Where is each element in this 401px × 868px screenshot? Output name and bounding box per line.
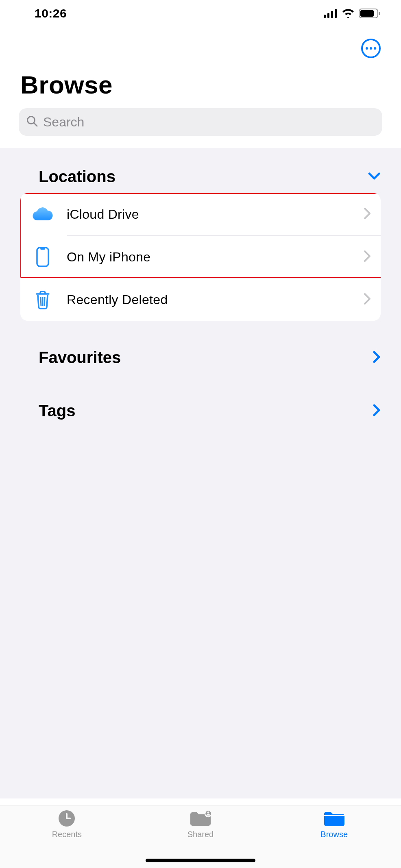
chevron-down-icon: [368, 172, 381, 182]
tags-header[interactable]: Tags: [0, 394, 401, 427]
svg-line-11: [41, 297, 41, 306]
location-item-icloud-drive[interactable]: iCloud Drive: [20, 193, 381, 235]
chevron-right-icon: [364, 250, 371, 264]
tab-label: Shared: [187, 830, 214, 839]
svg-rect-1: [327, 13, 329, 18]
folder-icon: [323, 809, 346, 827]
status-time: 10:26: [35, 7, 67, 20]
trash-icon: [30, 287, 55, 312]
tab-label: Browse: [320, 830, 348, 839]
status-bar: 10:26: [0, 0, 401, 26]
svg-line-13: [44, 297, 45, 306]
clock-icon: [58, 809, 76, 827]
locations-header[interactable]: Locations: [0, 160, 401, 193]
svg-rect-5: [360, 10, 374, 17]
chevron-right-icon: [373, 350, 381, 365]
svg-rect-3: [335, 9, 337, 18]
svg-rect-0: [324, 15, 326, 18]
wifi-icon: [342, 9, 355, 18]
page-title: Browse: [20, 70, 381, 99]
svg-rect-9: [37, 248, 48, 266]
content: Locations iCloud Dri: [0, 148, 401, 798]
chevron-right-icon: [364, 207, 371, 221]
chevron-right-icon: [373, 404, 381, 418]
svg-point-16: [207, 811, 209, 814]
locations-title: Locations: [39, 168, 116, 186]
home-indicator[interactable]: [146, 859, 255, 862]
svg-rect-2: [331, 11, 333, 18]
tab-label: Recents: [52, 830, 82, 839]
status-icons: [324, 9, 381, 18]
header: Browse: [0, 26, 401, 148]
search-bar[interactable]: [19, 108, 382, 136]
list-item-label: Recently Deleted: [67, 292, 364, 307]
svg-line-8: [34, 123, 37, 126]
svg-rect-10: [40, 248, 45, 250]
cellular-signal-icon: [324, 9, 338, 18]
tags-title: Tags: [39, 402, 75, 420]
tab-recents[interactable]: Recents: [0, 809, 134, 868]
svg-rect-17: [324, 815, 344, 816]
tab-browse[interactable]: Browse: [267, 809, 401, 868]
favourites-title: Favourites: [39, 348, 121, 367]
more-options-button[interactable]: [361, 39, 381, 58]
search-input[interactable]: [43, 115, 375, 130]
list-item-label: On My iPhone: [67, 250, 364, 265]
shared-folder-icon: [189, 809, 212, 827]
battery-icon: [359, 9, 381, 18]
search-icon: [26, 115, 38, 129]
svg-rect-6: [379, 12, 380, 15]
location-item-on-my-iphone[interactable]: On My iPhone: [20, 236, 381, 278]
icloud-icon: [30, 202, 55, 227]
locations-list: iCloud Drive On My iPhone: [20, 193, 381, 321]
favourites-header[interactable]: Favourites: [0, 341, 401, 374]
chevron-right-icon: [364, 293, 371, 307]
location-item-recently-deleted[interactable]: Recently Deleted: [20, 278, 381, 321]
list-item-label: iCloud Drive: [67, 207, 364, 222]
iphone-icon: [30, 244, 55, 270]
